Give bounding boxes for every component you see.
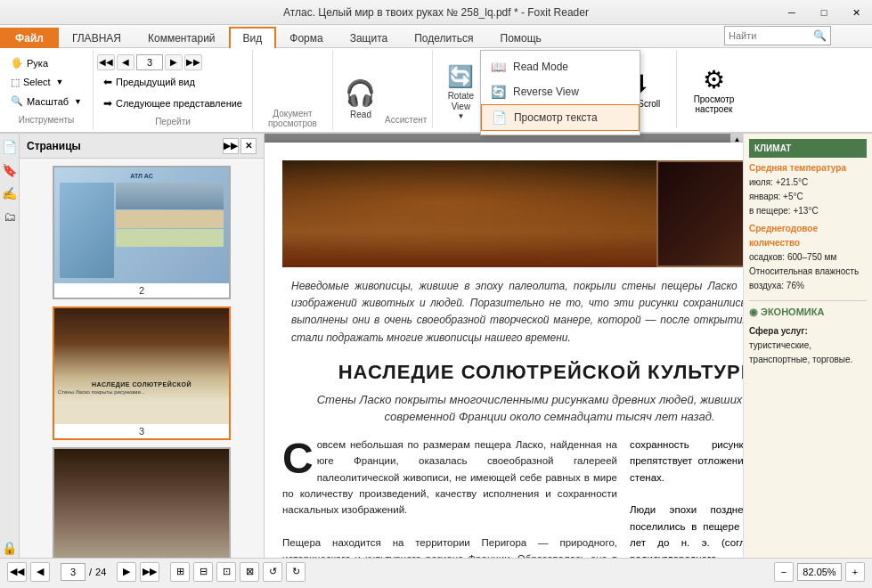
tab-share[interactable]: Поделиться: [401, 28, 486, 48]
sidebar-header: Страницы ▶▶ ✕: [20, 134, 264, 159]
thumb-3-text: Стены Ласко покрыты рисунками...: [58, 389, 225, 396]
zoom-out-btn[interactable]: −: [774, 562, 794, 582]
sidebar-expand-btn[interactable]: ▶▶: [223, 138, 239, 154]
page-nav-row: ◀◀ ◀ ▶ ▶▶: [97, 54, 249, 70]
text-view-item[interactable]: 📄 Просмотр текста: [481, 104, 640, 131]
maximize-button[interactable]: □: [808, 0, 840, 25]
status-next-page-btn[interactable]: ▶: [117, 562, 136, 582]
next-page-btn[interactable]: ▶: [165, 54, 183, 70]
read-label: Read: [350, 110, 371, 120]
page-number-input[interactable]: [136, 54, 163, 70]
right-column: сохранность рисунков: мрамор препятствуе…: [630, 437, 743, 558]
status-page-input[interactable]: [61, 563, 86, 581]
zoom-input[interactable]: [797, 563, 842, 581]
tab-file[interactable]: Файл: [0, 28, 59, 48]
tab-home[interactable]: ГЛАВНАЯ: [59, 28, 134, 48]
status-nav-icon-2[interactable]: ⊟: [193, 562, 213, 582]
reverse-view-icon: 🔄: [490, 85, 508, 99]
section-subtitle: Стены Ласко покрыты многочисленными рису…: [282, 391, 743, 426]
doc-view-group-label: Документ просмотров: [253, 109, 332, 128]
left-column: С овсем небольшая по размерам пещера Лас…: [282, 437, 617, 558]
sidebar-title: Страницы: [27, 140, 81, 152]
select-icon: ⬚: [11, 77, 20, 88]
page-3-label: 3: [139, 424, 144, 438]
prev-view-icon: ⬅: [103, 76, 112, 88]
select-tool[interactable]: ⬚ Select ▼: [7, 75, 86, 90]
close-button[interactable]: ✕: [840, 0, 872, 25]
cave-top-image: [282, 160, 743, 267]
search-input[interactable]: [729, 30, 813, 41]
view-settings-group: ⚙ Просмотрнастроек: [677, 50, 750, 128]
minimize-button[interactable]: ─: [776, 0, 808, 25]
tab-comment[interactable]: Комментарий: [134, 28, 229, 48]
hand-tool[interactable]: 🖐 Рука: [7, 55, 86, 70]
page-3-preview: НАСЛЕДИЕ СОЛЮТРЕЙСКОЙ Стены Ласко покрыт…: [54, 308, 229, 424]
main-content: ▲ ▼ Неведомые живописцы, жившие в эпоху …: [265, 134, 743, 558]
read-mode-item[interactable]: 📖 Read Mode: [481, 54, 640, 79]
ribbon-tabs: Файл ГЛАВНАЯ Комментарий Вид Форма Защит…: [0, 25, 872, 48]
total-pages: 24: [95, 567, 106, 577]
zoom-dropdown-icon: ▼: [74, 97, 82, 106]
bookmarks-icon[interactable]: 🔖: [2, 160, 18, 180]
prev-view-label: Предыдущий вид: [116, 77, 195, 87]
page-2-label: 2: [139, 283, 144, 298]
left-body-text: овсем небольшая по размерам пещера Ласко…: [282, 439, 617, 558]
reverse-view-item[interactable]: 🔄 Reverse View: [481, 79, 640, 104]
page-thumb-2[interactable]: АТЛ АС 2: [53, 166, 231, 299]
main-layout: 📄 🔖 ✍ 🗂 🔒 Страницы ▶▶ ✕ АТЛ АС: [0, 134, 872, 558]
page-display: / 24: [61, 563, 106, 581]
signatures-icon[interactable]: ✍: [2, 184, 18, 203]
next-view-icon: ➡: [103, 97, 112, 110]
status-last-page-btn[interactable]: ▶▶: [140, 562, 159, 582]
read-btn[interactable]: 🎧 Read: [338, 53, 383, 125]
page-thumb-4[interactable]: [53, 447, 231, 558]
sidebar-collapse-btn[interactable]: ✕: [240, 138, 257, 154]
left-icon-bar: 📄 🔖 ✍ 🗂 🔒: [0, 134, 20, 558]
prev-page-btn[interactable]: ◀: [117, 54, 134, 70]
assistant-group-label: Ассистент: [385, 115, 427, 127]
cave-detail-image: [656, 160, 743, 267]
status-first-page-btn[interactable]: ◀◀: [7, 562, 27, 582]
read-mode-icon: 📖: [490, 60, 508, 74]
status-prev-page-btn[interactable]: ◀: [30, 562, 50, 582]
view-settings-btn[interactable]: ⚙ Просмотрнастроек: [682, 53, 745, 125]
zoom-icon: 🔍: [11, 95, 23, 107]
read-mode-label: Read Mode: [513, 61, 568, 73]
tab-form[interactable]: Форма: [276, 28, 336, 48]
layers-icon[interactable]: 🗂: [2, 207, 18, 226]
status-nav-icon-3[interactable]: ⊡: [216, 562, 236, 582]
climate-data: Средняя температура июля: +21.5°C января…: [749, 161, 867, 367]
page-2-preview: АТЛ АС: [54, 167, 229, 283]
zoom-tool[interactable]: 🔍 Масштаб ▼: [7, 94, 86, 109]
text-view-icon: 📄: [491, 110, 509, 125]
status-nav-icon-4[interactable]: ⊠: [240, 562, 259, 582]
read-icon: 🎧: [345, 81, 376, 106]
view-dropdown-menu: 📖 Read Mode 🔄 Reverse View 📄 Просмотр те…: [480, 50, 640, 135]
status-nav-icon-5[interactable]: ↺: [263, 562, 282, 582]
search-box: 🔍: [724, 26, 831, 45]
status-nav-icon-6[interactable]: ↻: [286, 562, 306, 582]
tab-help[interactable]: Помощь: [487, 28, 555, 48]
rotate-view-btn[interactable]: 🔄 RotateView ▼: [438, 53, 483, 125]
rotate-icon: 🔄: [447, 66, 474, 87]
select-label: Select: [23, 77, 51, 87]
tab-protect[interactable]: Защита: [337, 28, 402, 48]
page-thumb-3[interactable]: НАСЛЕДИЕ СОЛЮТРЕЙСКОЙ Стены Ласко покрыт…: [53, 306, 231, 440]
next-view-btn[interactable]: ➡ Следующее представление: [97, 94, 249, 113]
last-page-btn[interactable]: ▶▶: [184, 54, 202, 70]
pdf-page: Неведомые живописцы, жившие в эпоху пале…: [265, 143, 743, 558]
pages-container: АТЛ АС 2 НАСЛЕДИЕ СОЛЮТ: [20, 159, 264, 558]
first-page-btn[interactable]: ◀◀: [97, 54, 115, 70]
status-nav-icon-1[interactable]: ⊞: [170, 562, 190, 582]
status-bar: ◀◀ ◀ / 24 ▶ ▶▶ ⊞ ⊟ ⊡ ⊠ ↺ ↻ − +: [0, 558, 872, 584]
security-icon[interactable]: 🔒: [2, 538, 18, 558]
zoom-in-btn[interactable]: +: [845, 562, 865, 582]
tools-group-label: Инструменты: [7, 115, 86, 125]
rotate-label: RotateView: [448, 91, 474, 112]
pages-icon[interactable]: 📄: [2, 137, 18, 157]
window-controls: ─ □ ✕: [776, 0, 872, 25]
prev-view-btn[interactable]: ⬅ Предыдущий вид: [97, 72, 249, 92]
tab-view[interactable]: Вид: [229, 27, 277, 48]
rotate-dropdown-icon: ▼: [457, 112, 464, 120]
text-view-label: Просмотр текста: [514, 111, 598, 124]
